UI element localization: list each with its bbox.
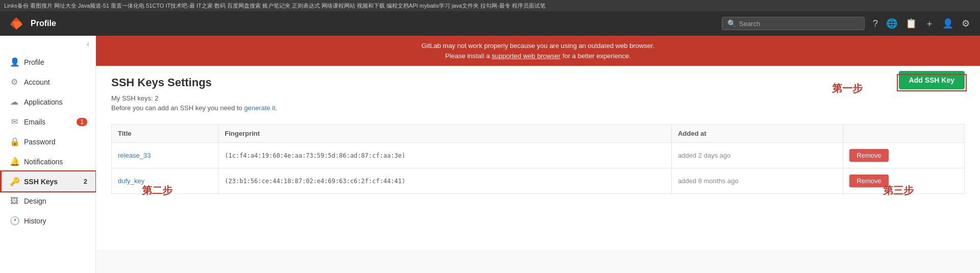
sidebar-item-ssh-keys[interactable]: 🔑 SSH Keys 2 — [0, 171, 95, 191]
emails-badge: 1 — [77, 118, 87, 126]
sidebar-label-password: Password — [24, 138, 55, 146]
my-ssh-keys-count: My SSH keys: 2 — [111, 94, 965, 102]
account-icon: ⚙ — [10, 77, 19, 87]
sidebar-item-password[interactable]: 🔒 Password — [0, 132, 95, 152]
top-nav: Profile 🔍 ? 🌐 📋 ＋ 👤 ⚙ — [0, 11, 980, 36]
key-added-0: added 2 days ago — [672, 143, 843, 168]
remove-button-1[interactable]: Remove — [849, 175, 888, 187]
search-input[interactable] — [739, 20, 859, 28]
search-box[interactable]: 🔍 — [722, 17, 865, 30]
generate-link[interactable]: generate it. — [244, 104, 277, 112]
sidebar-item-account[interactable]: ⚙ Account — [0, 72, 95, 92]
history-icon: 🕐 — [10, 216, 19, 226]
sidebar-toggle[interactable]: ‹ — [0, 36, 95, 52]
settings-icon[interactable]: ⚙ — [960, 16, 972, 31]
ssh-keys-icon: 🔑 — [10, 177, 19, 186]
col-title: Title — [112, 125, 218, 143]
warning-banner: GitLab may not work properly because you… — [96, 36, 980, 66]
design-icon: 🖼 — [10, 196, 19, 206]
gitlab-logo[interactable] — [8, 15, 24, 32]
sidebar-label-notifications: Notifications — [24, 158, 63, 166]
nav-icons: ? 🌐 📋 ＋ 👤 ⚙ — [871, 15, 972, 32]
sidebar-label-emails: Emails — [24, 118, 45, 126]
notifications-icon: 🔔 — [10, 157, 19, 166]
key-added-1: added 8 months ago — [672, 168, 843, 194]
help-icon[interactable]: ? — [871, 16, 880, 31]
add-ssh-wrapper: Add SSH Key — [899, 76, 965, 89]
sidebar-item-profile[interactable]: 👤 Profile — [0, 52, 95, 72]
table-row: dufy_key (23:b1:56:ce:44:18:87:02:e4:69:… — [112, 168, 965, 194]
page-title: SSH Keys Settings — [111, 76, 212, 89]
sidebar-item-history[interactable]: 🕐 History — [0, 211, 95, 231]
col-actions — [843, 125, 965, 143]
key-title-0[interactable]: release_33 — [118, 152, 151, 159]
sidebar-label-profile: Profile — [24, 58, 44, 66]
applications-icon: ☁ — [10, 97, 19, 107]
sidebar: ‹ 👤 Profile ⚙ Account ☁ Applications ✉ E… — [0, 36, 96, 273]
browser-bar: Links备份 看图搜片 网址大全 Java频道-51 垂直一体化电 51CTO… — [0, 0, 980, 11]
annotations: 第一步 第二步 第三步 — [111, 199, 965, 240]
sidebar-label-account: Account — [24, 78, 50, 86]
sidebar-item-applications[interactable]: ☁ Applications — [0, 92, 95, 112]
key-title-1[interactable]: dufy_key — [118, 177, 144, 185]
bookmarks: Links备份 看图搜片 网址大全 Java频道-51 垂直一体化电 51CTO… — [4, 2, 546, 10]
clipboard-icon[interactable]: 📋 — [903, 16, 919, 31]
content-area: SSH Keys Settings Add SSH Key My SSH key… — [96, 66, 980, 250]
app-title: Profile — [31, 19, 716, 28]
warning-line2: Please install a — [445, 52, 489, 60]
emails-icon: ✉ — [10, 117, 19, 127]
col-added-at: Added at — [672, 125, 843, 143]
ssh-keys-count: 2 — [84, 178, 87, 185]
user-icon[interactable]: 👤 — [940, 16, 955, 31]
sidebar-label-history: History — [24, 217, 46, 225]
warning-link[interactable]: supported web browser — [492, 52, 560, 60]
remove-button-0[interactable]: Remove — [849, 149, 888, 162]
sidebar-label-applications: Applications — [24, 98, 63, 106]
sidebar-item-notifications[interactable]: 🔔 Notifications — [0, 152, 95, 171]
key-fingerprint-1: (23:b1:56:ce:44:18:87:02:e4:69:63:c6:2f:… — [218, 168, 672, 194]
search-icon: 🔍 — [727, 19, 736, 28]
warning-line3: for a better experience. — [562, 52, 631, 60]
globe-icon[interactable]: 🌐 — [884, 16, 899, 31]
col-fingerprint: Fingerprint — [218, 125, 672, 143]
warning-line1: GitLab may not work properly because you… — [422, 42, 655, 49]
sidebar-label-design: Design — [24, 197, 46, 205]
main-layout: ‹ 👤 Profile ⚙ Account ☁ Applications ✉ E… — [0, 36, 980, 273]
key-fingerprint-0: (1c:f4:a4:19:60:4e:aa:73:59:5d:86:ad:87:… — [218, 143, 672, 168]
ssh-keys-table: Title Fingerprint Added at release_33 (1… — [111, 124, 965, 194]
before-add-text: Before you can add an SSH key you need t… — [111, 104, 965, 112]
table-row: release_33 (1c:f4:a4:19:60:4e:aa:73:59:5… — [112, 143, 965, 168]
password-icon: 🔒 — [10, 137, 19, 146]
sidebar-item-design[interactable]: 🖼 Design — [0, 191, 95, 211]
sidebar-item-emails[interactable]: ✉ Emails 1 — [0, 112, 95, 132]
sidebar-label-ssh-keys: SSH Keys — [24, 178, 58, 186]
add-ssh-button[interactable]: Add SSH Key — [899, 71, 965, 89]
add-icon[interactable]: ＋ — [923, 15, 936, 32]
profile-icon: 👤 — [10, 57, 19, 67]
